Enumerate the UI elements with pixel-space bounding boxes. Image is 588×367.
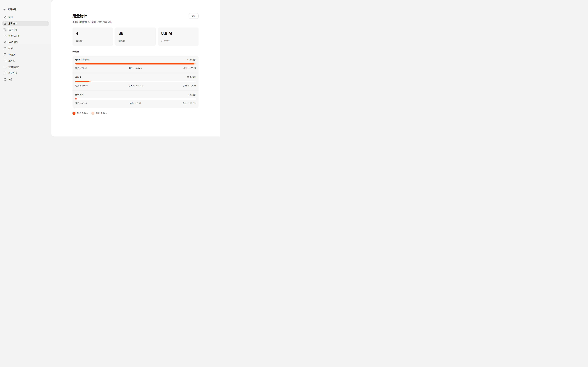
sidebar-item-label: 积分详情 — [8, 28, 17, 31]
sidebar-item-shield[interactable]: 数据与隐私 — [2, 65, 49, 70]
feedback-icon — [4, 72, 7, 75]
sidebar-item-chat[interactable]: IM 频道 — [2, 52, 49, 57]
stat-value: 4 — [76, 31, 110, 36]
stat-label: 总 Token — [161, 40, 195, 42]
arrow-left-icon — [3, 8, 6, 11]
legend-swatch — [91, 112, 94, 115]
coins-icon — [4, 28, 7, 31]
token-usage-bar — [75, 98, 196, 100]
plug-icon — [4, 41, 7, 43]
legend-item: 输出 Token — [91, 112, 106, 115]
sidebar-item-label: 数据与隐私 — [8, 66, 19, 68]
sidebar-item-folder[interactable]: 工作区 — [2, 58, 49, 63]
chat-icon — [4, 53, 7, 56]
model-output-tokens: 输出：~120.2 k — [115, 84, 156, 87]
model-token-stats: 输入：7.6 M输出：~80.4 k总计：~7.7 M — [75, 67, 196, 70]
model-name: glm-4.7 — [75, 93, 83, 96]
stat-value: 38 — [119, 31, 153, 36]
book-icon — [4, 47, 7, 50]
sidebar-item-pencil[interactable]: 通用 — [2, 15, 49, 20]
chip-icon — [4, 34, 7, 37]
model-row: glm-4.71 条消息输入：82.9 k输出：~3.0 k总计：~85.9 k — [72, 91, 199, 108]
model-message-count: 1 条消息 — [188, 93, 196, 96]
legend-label: 输出 Token — [96, 112, 106, 115]
model-row: qwen3.5-plus12 条消息输入：7.6 M输出：~80.4 k总计：~… — [72, 56, 199, 73]
stats-cards: 4会话数38消息数8.8 M总 Token — [72, 28, 199, 46]
back-to-app-button[interactable]: 返回应用 — [3, 8, 51, 11]
legend-swatch — [72, 112, 75, 115]
model-output-tokens: 输出：~80.4 k — [115, 67, 156, 70]
back-label: 返回应用 — [8, 8, 16, 11]
sidebar-item-label: 提交反馈 — [8, 72, 17, 75]
sidebar-item-bar-chart[interactable]: 用量统计 — [2, 21, 49, 26]
input-token-segment — [75, 81, 89, 82]
app-window: 返回应用 通用用量统计积分详情模型与 APIMCP 服务技能IM 频道工作区数据… — [0, 0, 220, 137]
sidebar-item-label: 模型与 API — [8, 35, 19, 37]
stat-label: 会话数 — [76, 40, 110, 42]
sidebar-item-label: 关于 — [8, 78, 13, 81]
model-total-tokens: 总计：~1.0 M — [156, 84, 196, 87]
sidebar-item-label: IM 频道 — [8, 53, 16, 56]
legend: 输入 Token输出 Token — [72, 112, 199, 115]
sidebar-item-book[interactable]: 技能 — [2, 46, 49, 51]
stat-card: 4会话数 — [72, 28, 113, 46]
stat-label: 消息数 — [119, 40, 153, 42]
sidebar-item-plug[interactable]: MCP 服务 — [2, 40, 49, 45]
model-total-tokens: 总计：~85.9 k — [156, 102, 196, 105]
token-usage-bar — [75, 63, 196, 65]
usage-page: 用量统计 刷新 本设备所有已保存对话的 Token 用量汇总。 4会话数38消息… — [72, 0, 199, 115]
sidebar-item-coins[interactable]: 积分详情 — [2, 27, 49, 32]
model-name: qwen3.5-plus — [75, 58, 89, 61]
model-row: glm-525 条消息输入：896.8 k输出：~120.2 k总计：~1.0 … — [72, 73, 199, 91]
sidebar-item-label: 技能 — [8, 47, 13, 50]
sidebar-item-label: 工作区 — [8, 59, 15, 62]
model-row-header: glm-4.71 条消息 — [75, 93, 196, 96]
stat-card: 8.8 M总 Token — [158, 28, 199, 46]
model-message-count: 25 条消息 — [187, 76, 196, 78]
model-output-tokens: 输出：~3.0 k — [115, 102, 156, 105]
model-row-header: qwen3.5-plus12 条消息 — [75, 58, 196, 61]
model-token-stats: 输入：896.8 k输出：~120.2 k总计：~1.0 M — [75, 84, 196, 87]
stat-card: 38消息数 — [115, 28, 156, 46]
input-token-segment — [75, 63, 194, 65]
model-row-header: glm-525 条消息 — [75, 76, 196, 78]
model-message-count: 12 条消息 — [187, 58, 196, 61]
page-subtitle: 本设备所有已保存对话的 Token 用量汇总。 — [72, 20, 199, 23]
legend-label: 输入 Token — [77, 112, 88, 115]
sidebar-item-label: MCP 服务 — [8, 41, 18, 43]
refresh-button[interactable]: 刷新 — [189, 13, 199, 19]
model-token-stats: 输入：82.9 k输出：~3.0 k总计：~85.9 k — [75, 102, 196, 105]
legend-item: 输入 Token — [72, 112, 88, 115]
model-input-tokens: 输入：82.9 k — [75, 102, 115, 105]
sidebar-item-chip[interactable]: 模型与 API — [2, 33, 49, 38]
bar-chart-icon — [4, 22, 7, 25]
input-token-segment — [75, 98, 77, 100]
folder-icon — [4, 59, 7, 62]
sidebar-nav: 通用用量统计积分详情模型与 APIMCP 服务技能IM 频道工作区数据与隐私提交… — [0, 15, 51, 82]
sidebar-item-feedback[interactable]: 提交反馈 — [2, 71, 49, 76]
by-model-heading: 按模型 — [72, 51, 199, 53]
pencil-icon — [4, 16, 7, 19]
main-panel: 用量统计 刷新 本设备所有已保存对话的 Token 用量汇总。 4会话数38消息… — [51, 0, 220, 136]
model-input-tokens: 输入：896.8 k — [75, 84, 115, 87]
token-usage-bar-track — [75, 98, 196, 100]
model-name: glm-5 — [75, 76, 81, 78]
model-input-tokens: 输入：7.6 M — [75, 67, 115, 70]
token-usage-bar — [75, 81, 196, 82]
token-usage-bar-track — [75, 81, 196, 82]
shield-icon — [4, 66, 7, 68]
sidebar: 返回应用 通用用量统计积分详情模型与 APIMCP 服务技能IM 频道工作区数据… — [0, 0, 51, 137]
sidebar-item-label: 通用 — [8, 16, 13, 19]
sidebar-item-info[interactable]: 关于 — [2, 77, 49, 82]
page-header: 用量统计 刷新 — [72, 13, 199, 19]
page-title: 用量统计 — [72, 13, 87, 18]
sidebar-item-label: 用量统计 — [8, 22, 17, 25]
models-card: qwen3.5-plus12 条消息输入：7.6 M输出：~80.4 k总计：~… — [72, 56, 199, 108]
stat-value: 8.8 M — [161, 31, 195, 36]
info-icon — [4, 78, 7, 81]
model-total-tokens: 总计：~7.7 M — [156, 67, 196, 70]
